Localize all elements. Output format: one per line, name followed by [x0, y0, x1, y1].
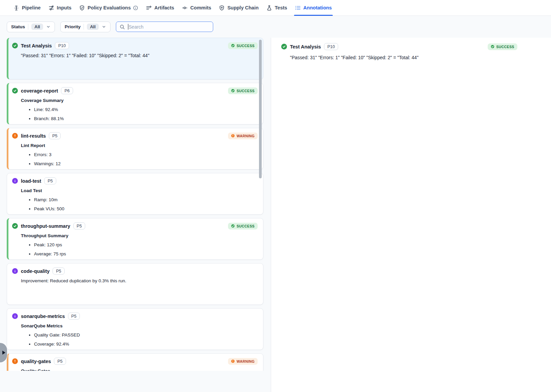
card-body: Coverage Summary Line: 92.4% Branch: 88.… [12, 98, 258, 122]
tab-label: Tests [275, 5, 287, 10]
tab-annotations[interactable]: Annotations [295, 0, 332, 15]
priority-filter-dropdown[interactable]: Priority All [60, 22, 110, 32]
status-badge-warning: WARNING [228, 133, 258, 139]
annotations-list-panel: Test Analysis P10 SUCCESS "Passed: 31" "… [0, 38, 271, 392]
card-header: sonarqube-metrics P5 [12, 313, 258, 320]
search-input[interactable] [128, 24, 209, 30]
card-header: coverage-report P6 SUCCESS [12, 87, 258, 94]
check-circle-icon [231, 89, 235, 93]
search-box[interactable] [116, 22, 213, 32]
pipeline-icon [13, 5, 19, 11]
annotation-card-code-quality[interactable]: code-quality P5 Improvement: Reduced dup… [7, 263, 263, 305]
warning-circle-icon [231, 134, 235, 138]
status-filter-dropdown[interactable]: Status All [7, 22, 55, 32]
card-header: load-test P5 [12, 177, 258, 184]
status-label: SUCCESS [496, 45, 514, 49]
annotation-title: sonarqube-metrics [21, 314, 65, 319]
annotation-card-test-analysis[interactable]: Test Analysis P10 SUCCESS "Passed: 31" "… [7, 38, 263, 79]
success-check-icon [12, 223, 18, 229]
annotation-detail-panel: Test Analysis P10 SUCCESS "Passed: 31" "… [271, 38, 551, 392]
annotation-heading: Quality Gates [21, 368, 258, 371]
priority-badge: P5 [54, 358, 66, 365]
info-icon [12, 178, 18, 184]
card-body: Lint Report Errors: 3 Warnings: 12 [12, 143, 258, 167]
priority-filter-value: All [87, 24, 99, 30]
status-badge-success: SUCCESS [488, 43, 517, 50]
annotation-heading: Coverage Summary [21, 98, 258, 104]
card-body: Improvement: Reduced duplication by 0.3%… [12, 278, 258, 284]
annotation-card-sonarqube-metrics[interactable]: sonarqube-metrics P5 SonarQube Metrics Q… [7, 308, 263, 350]
bullet-item: Errors: 3 [34, 152, 258, 158]
status-label: WARNING [236, 359, 255, 363]
annotation-heading: Throughput Summary [21, 233, 258, 239]
annotation-text: "Passed: 31" "Errors: 1" "Failed: 10" "S… [21, 52, 258, 59]
status-label: SUCCESS [236, 89, 255, 93]
annotation-heading: Lint Report [21, 143, 258, 149]
annotation-title: coverage-report [21, 88, 58, 94]
status-label: SUCCESS [236, 44, 255, 48]
tab-artifacts[interactable]: Artifacts [146, 0, 174, 15]
status-label: SUCCESS [236, 224, 255, 228]
card-header: throughput-summary P5 SUCCESS [12, 222, 258, 229]
annotation-card-load-test[interactable]: load-test P5 Load Test Ramp: 10m Peak VU… [7, 173, 263, 215]
status-filter-value: All [31, 24, 43, 30]
detail-body-text: "Passed: 31" "Errors: 1" "Failed: 10" "S… [281, 55, 517, 60]
card-body: SonarQube Metrics Quality Gate: PASSED C… [12, 323, 258, 348]
priority-badge: P5 [44, 177, 56, 184]
annotation-card-coverage-report[interactable]: coverage-report P6 SUCCESS Coverage Summ… [7, 83, 263, 124]
annotation-heading: Load Test [21, 188, 258, 194]
status-filter-label: Status [11, 24, 25, 29]
tab-label: Policy Evaluations [88, 5, 131, 10]
info-icon [12, 268, 18, 274]
filter-bar: Status All Priority All [0, 16, 551, 38]
annotation-card-lint-results[interactable]: lint-results P5 WARNING Lint Report Erro… [7, 128, 263, 170]
annotation-card-throughput-summary[interactable]: throughput-summary P5 SUCCESS Throughput… [7, 218, 263, 260]
chevron-down-icon [46, 25, 51, 29]
tab-label: Artifacts [154, 5, 174, 10]
bullet-item: Branch: 88.1% [34, 116, 258, 122]
tab-supply-chain[interactable]: Supply Chain [219, 0, 259, 15]
tab-policy-evaluations[interactable]: Policy Evaluations [79, 0, 138, 15]
bullet-item: Quality Gate: PASSED [34, 332, 258, 338]
card-header: code-quality P5 [12, 268, 258, 275]
bullet-item: Coverage: 92.4% [34, 341, 258, 347]
success-check-icon [12, 43, 18, 48]
card-header: quality-gates P5 WARNING [12, 358, 258, 365]
play-icon [2, 351, 5, 355]
list-icon [295, 5, 301, 11]
annotation-bullets: Quality Gate: PASSED Coverage: 92.4% [21, 332, 258, 347]
annotation-card-quality-gates[interactable]: quality-gates P5 WARNING Quality Gates [7, 353, 263, 371]
priority-badge: P5 [73, 222, 85, 229]
annotation-title: throughput-summary [21, 223, 70, 229]
annotation-title: load-test [21, 178, 41, 184]
annotation-title: lint-results [21, 133, 46, 139]
success-check-icon [12, 88, 18, 94]
status-badge-success: SUCCESS [228, 42, 258, 49]
tab-commits[interactable]: Commits [182, 0, 211, 15]
annotations-list: Test Analysis P10 SUCCESS "Passed: 31" "… [0, 38, 271, 371]
card-body: Load Test Ramp: 10m Peak VUs: 500 [12, 188, 258, 212]
search-icon [120, 24, 125, 30]
priority-badge: P5 [49, 132, 61, 139]
card-body: Throughput Summary Peak: 120 rps Average… [12, 233, 258, 257]
bullet-item: Ramp: 10m [34, 197, 258, 203]
status-label: WARNING [236, 134, 255, 138]
tab-inputs[interactable]: Inputs [48, 0, 72, 15]
annotation-bullets: Line: 92.4% Branch: 88.1% [21, 107, 258, 122]
annotation-bullets: Peak: 120 rps Average: 75 rps [21, 242, 258, 257]
annotation-bullets: Ramp: 10m Peak VUs: 500 [21, 197, 258, 212]
tab-label: Supply Chain [227, 5, 259, 10]
divider [28, 24, 28, 30]
list-scrollbar-thumb[interactable] [259, 40, 262, 178]
tab-tests[interactable]: Tests [266, 0, 287, 15]
card-body: Quality Gates [12, 368, 258, 371]
annotation-title: code-quality [21, 269, 50, 274]
shield-check-icon [79, 5, 85, 11]
check-circle-icon [231, 44, 235, 47]
annotation-heading: SonarQube Metrics [21, 323, 258, 329]
tab-label: Annotations [303, 5, 332, 10]
warning-icon [12, 358, 18, 364]
status-badge-success: SUCCESS [228, 87, 258, 94]
tab-pipeline[interactable]: Pipeline [13, 0, 41, 15]
bullet-item: Average: 75 rps [34, 251, 258, 257]
